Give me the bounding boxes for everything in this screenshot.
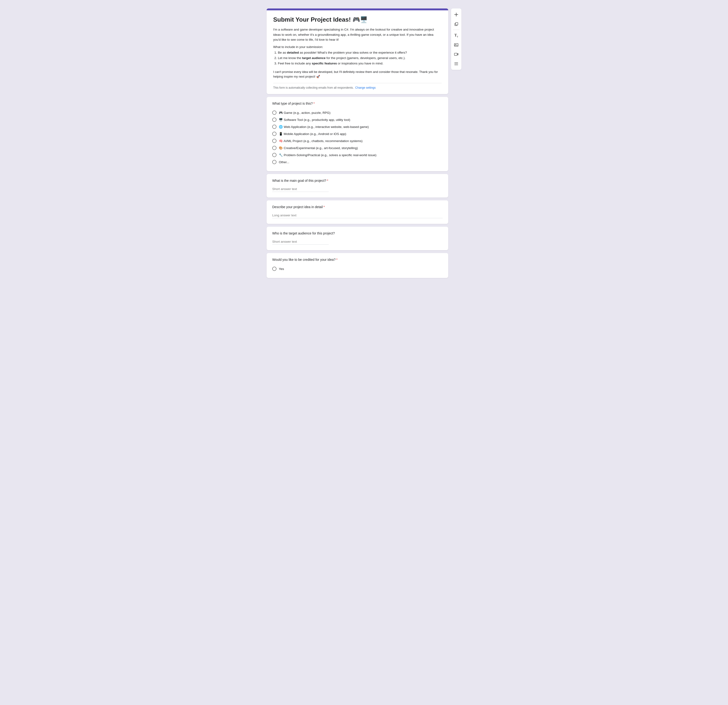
list-item-2: Let me know the target audience for the … (278, 55, 442, 61)
add-button[interactable] (452, 10, 461, 19)
question-title-1: What type of project is this?* (272, 102, 443, 105)
footer-text: I can't promise every idea will be devel… (273, 69, 442, 79)
radio-option-6[interactable]: 🔧 Problem-Solving/Practical (e.g., solve… (272, 151, 443, 159)
list-label: What to include in your submission: (273, 45, 442, 49)
email-notice: This form is automatically collecting em… (273, 83, 442, 89)
add-icon (454, 12, 459, 17)
radio-option-yes[interactable]: Yes (272, 265, 443, 272)
radio-option-0[interactable]: 🎮 Game (e.g., action, puzzle, RPG) (272, 109, 443, 116)
radio-circle (272, 267, 276, 271)
radio-option-1[interactable]: 🖥️ Software Tool (e.g., productivity app… (272, 116, 443, 123)
radio-option-7[interactable]: Other... (272, 159, 443, 166)
text-button[interactable]: TT (452, 31, 461, 40)
radio-option-5[interactable]: 🎨 Creative/Experimental (e.g., art-focus… (272, 144, 443, 151)
question-card-3: Describe your project idea in detail* (267, 200, 448, 224)
short-answer-input-4[interactable] (272, 239, 329, 245)
radio-circle (272, 132, 276, 136)
inclusion-list: Be as detailed as possible! What's the p… (273, 50, 442, 66)
svg-rect-6 (454, 53, 457, 55)
list-item-3: Feel free to include any specific featur… (278, 61, 442, 66)
radio-circle (272, 146, 276, 150)
question-title-4: Who is the target audience for this proj… (272, 231, 443, 235)
question-card-1: What type of project is this?* 🎮 Game (e… (267, 97, 448, 171)
page-container: Submit Your Project Ideas! 🎮🖥️ I'm a sof… (263, 5, 465, 700)
duplicate-icon (454, 22, 459, 26)
question-title-3: Describe your project idea in detail* (272, 205, 443, 209)
section-icon (454, 61, 459, 66)
question-card-5: Would you like to be credited for your i… (267, 253, 448, 278)
radio-circle (272, 160, 276, 164)
question-card-2: What is the main goal of this project?* (267, 174, 448, 198)
form-description: I'm a software and game developer specia… (273, 27, 442, 42)
svg-rect-3 (455, 23, 458, 25)
toolbar: TT (451, 9, 461, 70)
section-button[interactable] (452, 59, 461, 68)
change-settings-link[interactable]: Change settings (355, 86, 376, 89)
video-icon (454, 52, 459, 57)
list-item-1: Be as detailed as possible! What's the p… (278, 50, 442, 55)
long-answer-input-3[interactable] (272, 213, 443, 218)
image-icon (454, 43, 459, 47)
radio-circle (272, 125, 276, 129)
radio-circle (272, 111, 276, 115)
radio-circle (272, 139, 276, 143)
radio-option-2[interactable]: 🌐 Web Application (e.g., interactive web… (272, 123, 443, 130)
form-title: Submit Your Project Ideas! 🎮🖥️ (273, 16, 442, 23)
form-container: Submit Your Project Ideas! 🎮🖥️ I'm a sof… (267, 9, 448, 278)
radio-group-1: 🎮 Game (e.g., action, puzzle, RPG) 🖥️ So… (272, 109, 443, 166)
question-card-4: Who is the target audience for this proj… (267, 227, 448, 250)
email-notice-text: This form is automatically collecting em… (273, 86, 354, 89)
question-title-2: What is the main goal of this project?* (272, 179, 443, 183)
text-icon: TT (454, 33, 458, 38)
duplicate-button[interactable] (452, 20, 461, 28)
short-answer-input-2[interactable] (272, 186, 329, 192)
radio-circle (272, 153, 276, 157)
question-title-5: Would you like to be credited for your i… (272, 258, 443, 261)
image-button[interactable] (452, 41, 461, 49)
radio-option-4[interactable]: 🧠 AI/ML Project (e.g., chatbots, recomme… (272, 137, 443, 144)
radio-circle (272, 118, 276, 122)
video-button[interactable] (452, 50, 461, 59)
radio-option-3[interactable]: 📱 Mobile Application (e.g., Android or i… (272, 130, 443, 137)
header-card: Submit Your Project Ideas! 🎮🖥️ I'm a sof… (267, 9, 448, 94)
svg-rect-4 (454, 43, 458, 46)
